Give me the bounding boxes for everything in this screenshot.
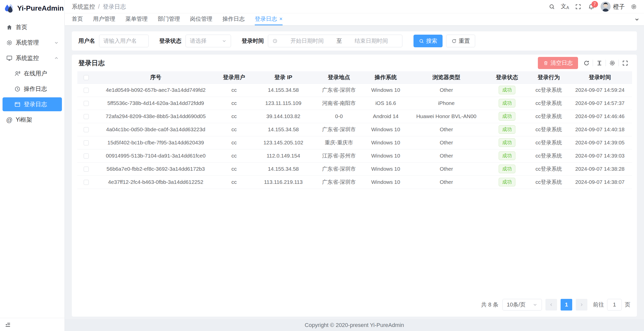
login-time-label: 登录时间 [242, 37, 264, 45]
row-checkbox[interactable] [84, 101, 89, 106]
cell-ip: 112.0.149.154 [252, 149, 315, 162]
column-header-time: 登录时间 [568, 71, 632, 83]
density-button[interactable] [594, 58, 605, 68]
sidebar-item-online-users[interactable]: 在线用户 [3, 67, 62, 80]
search-submit-button[interactable]: 搜索 [413, 35, 443, 47]
cell-ip: 123.11.115.109 [252, 97, 315, 110]
goto-page-input[interactable] [607, 299, 622, 311]
cell-serial: 4e37ff12-2fc4-b463-0fbb-3a14dd612252 [95, 175, 216, 189]
sidebar-item-label: 首页 [16, 23, 27, 31]
sidebar-item-home[interactable]: 首页 [3, 20, 62, 34]
collapse-sidebar-icon[interactable] [5, 321, 11, 328]
page-size-select[interactable]: 10条/页 [502, 299, 542, 311]
avatar[interactable] [601, 2, 611, 12]
column-settings-button[interactable] [607, 58, 617, 68]
select-all-checkbox[interactable] [84, 75, 89, 80]
tabs-menu-button[interactable] [630, 13, 644, 25]
cell-user: cc [216, 83, 252, 97]
row-checkbox[interactable] [84, 140, 89, 145]
row-checkbox[interactable] [84, 180, 89, 185]
sidebar-item-yi-framework[interactable]: @ Yi框架 [3, 113, 62, 127]
cell-os: Windows 10 [363, 136, 408, 149]
start-datetime-input[interactable] [280, 38, 334, 44]
status-badge: 成功 [499, 99, 515, 108]
cell-behavior: cc登录系统 [530, 83, 568, 97]
row-checkbox[interactable] [84, 167, 89, 172]
refresh-table-button[interactable] [581, 58, 592, 68]
cell-browser: Other [408, 162, 484, 175]
notification-button[interactable]: 7 [585, 1, 597, 12]
page-number-button[interactable]: 1 [561, 299, 572, 311]
row-checkbox[interactable] [84, 153, 89, 159]
tab-label: 用户管理 [93, 15, 115, 23]
breadcrumb-item-first[interactable]: 系统监控 [72, 3, 95, 11]
breadcrumb: 系统监控 / 登录日志 [72, 3, 126, 11]
prev-page-button[interactable] [545, 299, 557, 311]
sidebar-item-operation-log[interactable]: 操作日志 [3, 82, 62, 96]
clear-log-button[interactable]: 清空日志 [538, 57, 578, 69]
footer: Copyright © 2020-present Yi-PureAdmin [65, 319, 644, 331]
translate-button[interactable]: 文A [559, 1, 571, 12]
sidebar-item-login-log[interactable]: 登录日志 [3, 97, 62, 111]
toolbar-divider [618, 60, 619, 66]
sidebar-item-system-monitor[interactable]: 系统监控 [3, 51, 62, 65]
settings-button[interactable] [628, 1, 639, 12]
search-button[interactable] [546, 1, 558, 12]
tab-label: 首页 [72, 15, 83, 23]
app-title: Yi-PureAdmin [17, 4, 64, 12]
tab-label: 岗位管理 [190, 15, 212, 23]
tab-menu-management[interactable]: 菜单管理 [125, 13, 148, 25]
copyright-text: Copyright © 2020-present Yi-PureAdmin [305, 322, 404, 328]
row-checkbox[interactable] [84, 114, 89, 119]
tab-operation-log[interactable]: 操作日志 [222, 13, 245, 25]
table-row: 72afa294-8209-438e-8bb5-3a14dd690d05 cc … [77, 110, 632, 123]
tab-label: 登录日志 [255, 15, 277, 23]
toolbar-divider [606, 60, 606, 66]
cell-browser: Other [408, 123, 484, 136]
login-status-select[interactable]: 请选择 [186, 35, 231, 47]
cell-time: 2024-09-07 14:46:46 [568, 110, 632, 123]
reset-button[interactable]: 重置 [446, 35, 475, 47]
table-row: 4e1d0549-b092-657b-aec7-3a14dd749fd2 cc … [77, 83, 632, 97]
cell-os: Android 14 [363, 110, 408, 123]
row-checkbox[interactable] [84, 127, 89, 132]
end-datetime-input[interactable] [344, 38, 398, 44]
cell-browser: Other [408, 136, 484, 149]
login-time-range-picker[interactable]: 至 [268, 35, 402, 47]
density-icon [596, 60, 603, 66]
chevron-down-icon [634, 17, 640, 22]
cell-serial: 00914995-513b-7104-da91-3a14dd61fce0 [95, 149, 216, 162]
sidebar-item-label: 登录日志 [24, 100, 47, 108]
cell-os: Windows 10 [363, 83, 408, 97]
username-input[interactable] [103, 38, 144, 44]
cell-serial: 56b6a7e0-fbb2-ef8c-3692-3a14dd6172b3 [95, 162, 216, 175]
sidebar-item-system-management[interactable]: 系统管理 [3, 36, 62, 50]
chevron-down-icon [222, 38, 227, 43]
tab-close-icon[interactable]: × [279, 16, 283, 22]
cell-location: 广东省-深圳市 [315, 123, 363, 136]
cell-os: Windows 10 [363, 162, 408, 175]
cell-behavior: cc登录系统 [530, 110, 568, 123]
tab-login-log[interactable]: 登录日志 × [255, 13, 283, 25]
goto-label: 前往 [593, 301, 604, 308]
maximize-table-button[interactable] [620, 58, 630, 68]
tab-dept-management[interactable]: 部门管理 [158, 13, 180, 25]
cell-serial: 72afa294-8209-438e-8bb5-3a14dd690d05 [95, 110, 216, 123]
tab-home[interactable]: 首页 [72, 13, 83, 25]
fullscreen-button[interactable] [572, 1, 584, 12]
cell-location: 河南省-南阳市 [315, 97, 363, 110]
login-status-label: 登录状态 [159, 37, 181, 45]
username[interactable]: 橙子 [613, 3, 625, 11]
search-form-card: 用户名 登录状态 请选择 登录时间 至 搜索 [72, 31, 637, 51]
search-icon [549, 4, 555, 10]
cell-time: 2024-09-07 14:40:18 [568, 123, 632, 136]
row-checkbox[interactable] [84, 88, 89, 93]
tab-user-management[interactable]: 用户管理 [93, 13, 115, 25]
column-header-location: 登录地点 [315, 71, 363, 83]
topbar-actions: 文A 7 橙子 [546, 1, 639, 12]
tab-post-management[interactable]: 岗位管理 [190, 13, 212, 25]
chevron-down-icon [533, 302, 538, 307]
cell-browser: Other [408, 175, 484, 189]
next-page-button[interactable] [576, 299, 587, 311]
page-size-value: 10条/页 [507, 301, 526, 308]
